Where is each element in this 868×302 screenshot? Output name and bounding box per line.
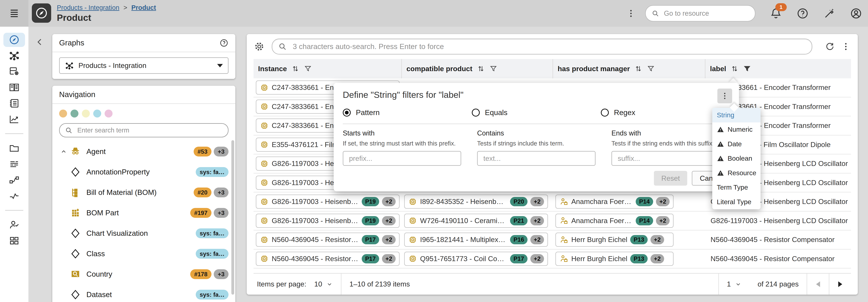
string-filter-dialog: Define "String" filters for "label" Patt… bbox=[334, 83, 739, 191]
product-manager-pill[interactable]: Herr Burgh EichelP13+2 bbox=[555, 251, 674, 266]
refresh-button[interactable] bbox=[825, 41, 835, 52]
nav-tree-item-bill-of-material-bom-[interactable]: Bill of Material (BOM)#20+3 bbox=[52, 182, 235, 203]
items-per-page-caret-icon[interactable] bbox=[326, 281, 333, 288]
filter-mode-radio-pattern[interactable]: Pattern bbox=[343, 108, 472, 117]
breadcrumb-current-link[interactable]: Product bbox=[131, 4, 156, 11]
instance-pill[interactable]: N560-4369045 - Resistor CompensatorP17+2 bbox=[256, 233, 400, 247]
sort-icon[interactable] bbox=[476, 64, 486, 73]
filter-funnel-icon[interactable] bbox=[304, 65, 312, 73]
instance-pill[interactable]: N560-4369045 - Resistor CompensatorP17+2 bbox=[256, 251, 400, 266]
filter-mode-radio-regex[interactable]: Regex bbox=[601, 108, 730, 117]
navigation-scrollbar[interactable] bbox=[231, 140, 234, 295]
product-manager-pill[interactable]: Anamchara FoerstnerP14+2 bbox=[555, 195, 674, 209]
filter-input[interactable] bbox=[482, 154, 590, 163]
nav-tree-item-chart-visualization[interactable]: Chart Visualizationsys: fa… bbox=[52, 223, 235, 243]
filter-funnel-icon[interactable] bbox=[489, 65, 497, 73]
table-kebab-menu-button[interactable] bbox=[841, 41, 851, 52]
table-settings-gear-icon[interactable] bbox=[253, 41, 265, 52]
previous-page-button[interactable] bbox=[807, 274, 829, 295]
sidebar-item-notebook[interactable] bbox=[3, 96, 25, 110]
sidebar-item-analytics[interactable] bbox=[3, 112, 25, 126]
product-manager-pill[interactable]: Herr Burgh EichelP13+2 bbox=[555, 233, 674, 247]
sidebar-item-pipeline[interactable] bbox=[3, 173, 25, 187]
table-row[interactable]: G826-1197003 - Heisenberg LCD Oscillator… bbox=[253, 193, 851, 211]
compatible-product-pill[interactable]: Q951-7651773 - Coil CompensatorP17+2 bbox=[404, 251, 548, 266]
go-to-resource-search[interactable] bbox=[645, 5, 755, 22]
graph-select-dropdown[interactable]: Products - Integration bbox=[59, 57, 228, 74]
legend-dot-5[interactable] bbox=[104, 109, 113, 118]
cell-has-product-manager: Herr Burgh EichelP13+2 bbox=[553, 251, 706, 266]
compatible-product-pill[interactable]: W726-4190110 - Ceramic MultiplexerP21+2 bbox=[404, 214, 548, 228]
sidebar-item-user-check[interactable] bbox=[3, 218, 25, 232]
sidebar-item-components[interactable] bbox=[3, 234, 25, 248]
type-menu-item-date[interactable]: Date bbox=[712, 137, 761, 152]
table-search[interactable] bbox=[272, 39, 812, 55]
account-icon bbox=[850, 7, 862, 20]
hamburger-menu-button[interactable] bbox=[0, 0, 28, 27]
legend-dot-3[interactable] bbox=[82, 109, 90, 118]
help-button[interactable] bbox=[796, 7, 809, 20]
sidebar-item-catalog[interactable] bbox=[3, 80, 25, 95]
type-menu-item-numeric[interactable]: Numeric bbox=[712, 123, 761, 137]
assistant-button[interactable] bbox=[823, 7, 836, 20]
graphs-help-icon[interactable] bbox=[219, 38, 228, 47]
reset-button[interactable]: Reset bbox=[654, 171, 687, 186]
account-button[interactable] bbox=[850, 7, 862, 20]
nav-tree-item-country[interactable]: Country#178+3 bbox=[52, 264, 235, 284]
table-search-input[interactable] bbox=[291, 42, 806, 51]
legend-dot-2[interactable] bbox=[70, 109, 79, 118]
sidebar-item-folder[interactable] bbox=[3, 141, 25, 155]
nav-tree-item-class[interactable]: Classsys: fa… bbox=[52, 243, 235, 264]
items-per-page-value[interactable]: 10 bbox=[314, 280, 322, 288]
go-to-resource-input[interactable] bbox=[663, 9, 749, 18]
legend-dot-4[interactable] bbox=[93, 109, 101, 118]
notifications-button[interactable]: 1 bbox=[770, 7, 782, 20]
nav-tree-item-dataset[interactable]: Datasetsys: fa… bbox=[52, 284, 235, 302]
breadcrumb-parent-link[interactable]: Products - Integration bbox=[57, 4, 119, 11]
column-header-instance: Instance bbox=[253, 59, 402, 78]
instance-pill[interactable]: G826-1197003 - Heisenberg LCD Oscillator… bbox=[256, 195, 400, 209]
nav-tree-item-bom-part[interactable]: BOM Part#197+3 bbox=[52, 203, 235, 223]
filter-funnel-icon[interactable] bbox=[647, 65, 655, 73]
type-menu-item-resource[interactable]: Resource bbox=[712, 166, 761, 180]
next-page-button[interactable] bbox=[829, 274, 851, 295]
header-kebab-menu-button[interactable] bbox=[626, 8, 636, 19]
type-menu-item-literal-type[interactable]: Literal Type bbox=[712, 195, 761, 209]
app-logo[interactable] bbox=[32, 3, 51, 23]
product-manager-pill[interactable]: Anamchara FoerstnerP14+2 bbox=[555, 214, 674, 228]
sort-icon[interactable] bbox=[730, 64, 739, 73]
filter-input[interactable] bbox=[348, 154, 456, 163]
compatible-product-pill[interactable]: I965-1821441 - Multiplexer ResistorP16+2 bbox=[404, 233, 548, 247]
filter-input[interactable] bbox=[617, 154, 725, 163]
page-select-caret-icon[interactable] bbox=[735, 281, 742, 288]
sidebar-item-activity[interactable] bbox=[3, 189, 25, 203]
sidebar-item-knowledge-graph[interactable] bbox=[3, 48, 25, 63]
priority-badge: P19 bbox=[362, 216, 379, 225]
type-menu-item-boolean[interactable]: Boolean bbox=[712, 152, 761, 166]
current-page-value[interactable]: 1 bbox=[727, 280, 731, 288]
nav-tree-item-agent[interactable]: Agent#53+3 bbox=[52, 141, 235, 162]
diamond-icon bbox=[69, 228, 81, 239]
sidebar-item-compass[interactable] bbox=[3, 33, 25, 47]
instance-pill[interactable]: G826-1197003 - Heisenberg LCD Oscillator… bbox=[256, 214, 400, 228]
filter-mode-radio-equals[interactable]: Equals bbox=[472, 108, 601, 117]
legend-dot-1[interactable] bbox=[59, 109, 67, 118]
type-menu-item-string[interactable]: String bbox=[712, 108, 761, 123]
sidebar-item-text-lines[interactable] bbox=[3, 157, 25, 171]
table-row[interactable]: N560-4369045 - Resistor CompensatorP17+2… bbox=[253, 249, 851, 269]
compatible-product-pill[interactable]: I892-8435352 - Heisenberg LCD Oscillator… bbox=[404, 195, 548, 209]
sort-icon[interactable] bbox=[634, 64, 643, 73]
menu-item-label: String bbox=[717, 111, 734, 119]
navigation-search-input[interactable] bbox=[76, 126, 223, 135]
filter-type-kebab-button[interactable] bbox=[717, 89, 732, 103]
table-row[interactable]: N560-4369045 - Resistor CompensatorP17+2… bbox=[253, 231, 851, 249]
collapse-panel-button[interactable] bbox=[33, 35, 46, 49]
sidebar-item-data-source[interactable] bbox=[3, 65, 25, 79]
filter-funnel-active-icon[interactable] bbox=[743, 65, 751, 73]
nav-tree-item-annotationproperty[interactable]: AnnotationPropertysys: fa… bbox=[52, 162, 235, 182]
type-menu-item-term-type[interactable]: Term Type bbox=[712, 180, 761, 195]
sort-icon[interactable] bbox=[291, 64, 300, 73]
navigation-search[interactable] bbox=[59, 123, 228, 137]
chevron-up-icon[interactable] bbox=[60, 147, 69, 156]
table-row[interactable]: G826-1197003 - Heisenberg LCD Oscillator… bbox=[253, 211, 851, 231]
